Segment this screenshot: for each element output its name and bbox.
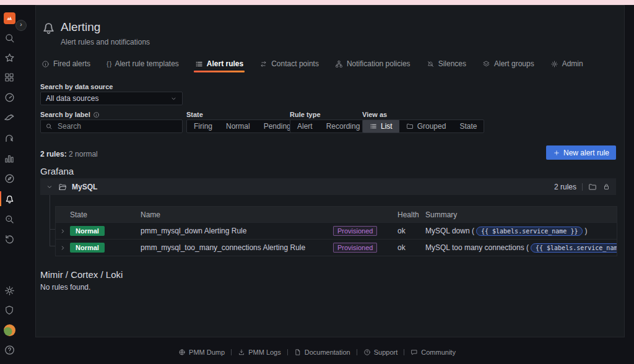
footer-link-support[interactable]: Support bbox=[363, 349, 398, 356]
alert-rules-table: State Name Health Summary Normal pmm_mys… bbox=[55, 206, 617, 256]
manage-folder-icon[interactable] bbox=[588, 183, 597, 191]
page-title: Alerting bbox=[61, 20, 100, 34]
label-search-text: Search by label bbox=[40, 111, 90, 118]
template-code-pill: {{ $labels.service_name }} bbox=[476, 227, 583, 236]
view-as-label-grouped: Grouped bbox=[417, 122, 446, 131]
expand-row-chevron-icon[interactable] bbox=[59, 245, 66, 251]
header-summary: Summary bbox=[425, 210, 617, 219]
state-label: State bbox=[186, 111, 203, 118]
tab-alert-groups[interactable]: Alert groups bbox=[481, 59, 536, 74]
lock-icon[interactable] bbox=[602, 183, 610, 191]
data-source-label: Search by data source bbox=[40, 83, 113, 90]
folder-row-right: 2 rules bbox=[554, 183, 610, 191]
data-source-value: All data sources bbox=[46, 94, 167, 103]
braces-icon bbox=[106, 59, 111, 68]
rules-count: 2 rules: 2 normal bbox=[40, 150, 98, 158]
sidebar-item-search[interactable] bbox=[2, 31, 16, 45]
bell-slash-icon bbox=[427, 60, 435, 68]
plus-icon bbox=[553, 149, 560, 157]
footer-link-label: Documentation bbox=[305, 349, 350, 356]
new-alert-rule-button[interactable]: New alert rule bbox=[546, 145, 616, 160]
grafana-section-title: Grafana bbox=[40, 166, 74, 176]
sidebar-item-settings[interactable] bbox=[2, 284, 16, 297]
bar-chart-icon bbox=[4, 153, 15, 164]
tab-alert-rules[interactable]: Alert rules bbox=[194, 59, 245, 74]
rule-type-option-alert[interactable]: Alert bbox=[290, 120, 319, 132]
chevron-down-icon[interactable] bbox=[46, 183, 53, 191]
footer-separator bbox=[357, 349, 357, 355]
sidebar-item-dashboards[interactable] bbox=[2, 71, 16, 84]
gear-icon bbox=[4, 285, 15, 297]
alerting-bell-icon bbox=[40, 19, 57, 37]
label-search-input[interactable] bbox=[56, 121, 178, 131]
tab-label: Admin bbox=[562, 59, 583, 68]
data-source-select[interactable]: All data sources bbox=[40, 92, 183, 105]
sidebar-item-profile[interactable] bbox=[2, 323, 16, 337]
folder-rules-count: 2 rules bbox=[554, 183, 576, 191]
tab-contact-points[interactable]: Contact points bbox=[258, 59, 320, 74]
nav-sidebar: › bbox=[0, 5, 35, 364]
sidebar-item-explore[interactable] bbox=[2, 171, 16, 185]
state-badge: Normal bbox=[70, 226, 105, 236]
list-icon bbox=[370, 123, 377, 130]
tab-silences[interactable]: Silences bbox=[425, 59, 467, 74]
sidebar-item-advisors[interactable] bbox=[2, 152, 16, 165]
provisioned-badge: Provisioned bbox=[333, 226, 377, 236]
history-icon bbox=[4, 233, 15, 245]
expand-row-chevron-icon[interactable] bbox=[59, 228, 66, 235]
view-as-option-grouped[interactable]: Grouped bbox=[399, 120, 453, 132]
folder-row-mysql[interactable]: MySQL 2 rules bbox=[40, 178, 616, 195]
gear-icon bbox=[550, 60, 558, 68]
rule-health: ok bbox=[397, 227, 425, 235]
view-as-option-list[interactable]: List bbox=[363, 120, 399, 132]
footer-link-pmm-logs[interactable]: PMM Logs bbox=[238, 349, 281, 356]
browser-edge-strip bbox=[0, 0, 634, 5]
sidebar-item-mysql[interactable] bbox=[2, 111, 16, 124]
magnifier-dot-icon bbox=[4, 214, 15, 225]
exchange-arrows-icon bbox=[259, 60, 267, 68]
footer-link-label: Support bbox=[374, 349, 398, 356]
footer-link-documentation[interactable]: Documentation bbox=[294, 349, 350, 356]
pmm-logo[interactable] bbox=[4, 12, 15, 24]
sidebar-item-postgresql[interactable] bbox=[2, 131, 16, 145]
state-option-normal[interactable]: Normal bbox=[219, 120, 257, 132]
search-icon bbox=[45, 123, 53, 130]
sidebar-item-alerting[interactable] bbox=[2, 192, 16, 206]
footer-link-label: PMM Dump bbox=[189, 349, 225, 356]
state-option-firing[interactable]: Firing bbox=[187, 120, 219, 132]
info-circle-icon bbox=[41, 60, 50, 68]
sidebar-item-query-analytics[interactable] bbox=[2, 212, 16, 226]
footer-link-community[interactable]: Community bbox=[410, 349, 456, 356]
globe-icon bbox=[178, 349, 186, 356]
rule-type-filter-group: Alert Recording bbox=[290, 119, 367, 133]
tab-admin[interactable]: Admin bbox=[549, 59, 584, 74]
sidebar-item-security[interactable] bbox=[2, 303, 16, 317]
rules-count-detail: 2 normal bbox=[69, 150, 98, 158]
sidebar-item-starred[interactable] bbox=[2, 51, 16, 64]
tab-notification-policies[interactable]: Notification policies bbox=[334, 59, 412, 74]
tab-fired-alerts[interactable]: Fired alerts bbox=[40, 59, 92, 74]
view-as-option-state[interactable]: State bbox=[453, 120, 484, 132]
view-as-group: List Grouped State bbox=[362, 119, 484, 133]
sidebar-expand-button[interactable]: › bbox=[15, 20, 27, 31]
state-badge: Normal bbox=[70, 243, 105, 253]
shield-icon bbox=[4, 305, 15, 316]
divider bbox=[582, 183, 583, 191]
rule-type-option-recording[interactable]: Recording bbox=[319, 120, 367, 132]
tree-guide-line bbox=[50, 195, 50, 246]
rule-name-link[interactable]: pmm_mysql_too_many_connections Alerting … bbox=[141, 243, 305, 252]
sidebar-item-operating-system[interactable] bbox=[2, 90, 16, 104]
question-circle-icon bbox=[363, 349, 371, 356]
folder-name: MySQL bbox=[72, 183, 97, 191]
postgresql-elephant-icon bbox=[3, 132, 15, 144]
rule-name-link[interactable]: pmm_mysql_down Alerting Rule bbox=[141, 227, 246, 235]
chevron-down-icon bbox=[170, 95, 177, 102]
sidebar-item-backup[interactable] bbox=[2, 232, 16, 246]
alerting-tabs: Fired alerts Alert rule templates Alert … bbox=[40, 56, 584, 74]
provisioned-badge: Provisioned bbox=[333, 243, 377, 253]
search-icon bbox=[4, 32, 15, 44]
footer-separator bbox=[404, 349, 404, 355]
view-as-label-list: List bbox=[381, 122, 393, 131]
tab-alert-rule-templates[interactable]: Alert rule templates bbox=[105, 59, 180, 74]
footer-link-pmm-dump[interactable]: PMM Dump bbox=[178, 349, 225, 356]
